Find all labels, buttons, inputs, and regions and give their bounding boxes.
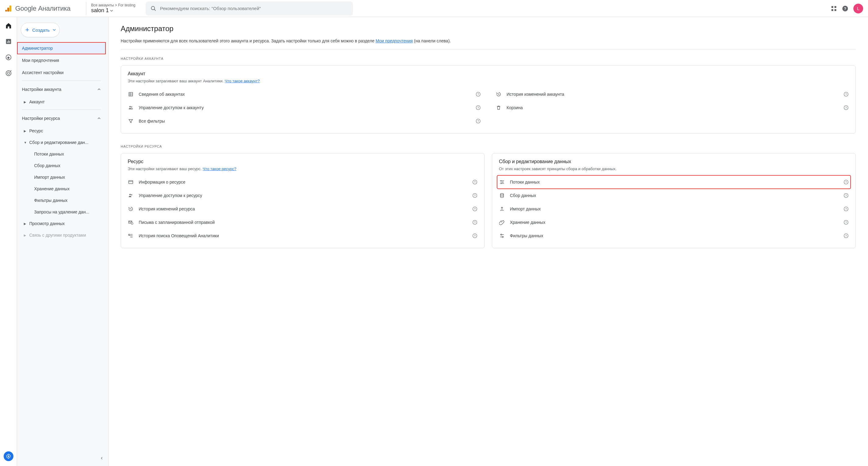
help-icon[interactable]: ? [843, 233, 849, 238]
svg-text:?: ? [845, 180, 847, 183]
sidebar-item-property[interactable]: ▶Ресурс [17, 125, 106, 137]
sidebar-item-account[interactable]: ▶Аккаунт [17, 96, 106, 108]
chevron-down-icon [110, 9, 113, 12]
page-title: Администратор [121, 24, 856, 33]
svg-text:?: ? [845, 221, 847, 224]
card-title: Аккаунт [128, 71, 849, 77]
sidebar-group-account-settings[interactable]: Настройки аккаунта [17, 83, 106, 96]
logo-block[interactable]: Google Аналитика [5, 5, 81, 12]
help-icon[interactable]: ? [843, 220, 849, 225]
arrow-down-icon: ▼ [24, 141, 29, 144]
apps-icon[interactable] [831, 5, 837, 11]
sidebar-item-data-filters[interactable]: Фильтры данных [17, 195, 106, 206]
sidebar-item-data-retention[interactable]: Хранение данных [17, 183, 106, 195]
svg-point-47 [131, 223, 133, 225]
chevron-up-icon [97, 117, 101, 120]
collapse-sidebar-icon[interactable]: ‹ [101, 455, 103, 461]
card-desc: Эти настройки затрагивают ваш аккаунт Ан… [128, 78, 849, 84]
help-icon[interactable]: ? [472, 179, 477, 185]
link-what-is-property[interactable]: Что такое ресурс? [203, 167, 237, 171]
row-trash[interactable]: Корзина ? [496, 101, 849, 114]
svg-point-60 [501, 180, 502, 181]
plus-icon: + [25, 26, 29, 34]
row-all-filters[interactable]: Все фильтры ? [128, 114, 481, 128]
svg-point-2 [5, 10, 7, 11]
svg-point-19 [8, 456, 9, 457]
svg-text:?: ? [845, 207, 847, 210]
help-icon[interactable]: ? [843, 193, 849, 198]
search-box[interactable] [146, 2, 353, 16]
row-data-retention[interactable]: Хранение данных ? [499, 215, 849, 229]
sidebar-item-preferences[interactable]: Мои предпочтения [17, 54, 106, 66]
help-icon[interactable]: ? [843, 91, 849, 97]
svg-text:?: ? [845, 106, 847, 109]
explore-icon[interactable] [5, 54, 12, 61]
avatar[interactable]: L [854, 4, 863, 13]
svg-rect-8 [835, 9, 836, 11]
sidebar-item-product-links[interactable]: ▶Связь с другими продуктами [17, 229, 106, 241]
svg-rect-0 [9, 5, 11, 11]
svg-rect-20 [129, 92, 132, 96]
row-data-import[interactable]: Импорт данных ? [499, 202, 849, 215]
sidebar-item-data-collection-edit[interactable]: ▼Сбор и редактирование дан... [17, 137, 106, 148]
sidebar-item-data-collection[interactable]: Сбор данных [17, 160, 106, 171]
row-account-access[interactable]: Управление доступом к аккаунту ? [128, 101, 481, 114]
help-icon[interactable]: ? [472, 193, 477, 198]
row-data-collection[interactable]: Сбор данных ? [499, 189, 849, 202]
search-input[interactable] [160, 6, 348, 11]
help-icon[interactable]: ? [475, 91, 481, 97]
link-what-is-account[interactable]: Что такое аккаунт? [225, 79, 260, 83]
help-icon[interactable]: ? [475, 105, 481, 110]
svg-line-18 [10, 70, 11, 72]
sidebar-item-setup-assistant[interactable]: Ассистент настройки [17, 66, 106, 79]
help-icon[interactable]: ? [843, 206, 849, 212]
help-icon[interactable]: ? [472, 206, 477, 212]
section-label-account: НАСТРОЙКИ АККАУНТА [121, 57, 856, 60]
paperclip-icon [499, 219, 505, 225]
row-data-streams[interactable]: Потоки данных ? [497, 175, 850, 189]
help-icon[interactable]: ? [472, 220, 477, 225]
help-icon[interactable]: ? [843, 105, 849, 110]
help-icon[interactable]: ? [475, 118, 481, 124]
row-property-access[interactable]: Управление доступом к ресурсу ? [128, 189, 477, 202]
sidebar-item-data-display[interactable]: ▶Просмотр данных [17, 218, 106, 229]
svg-point-3 [151, 6, 155, 9]
svg-rect-6 [835, 6, 836, 8]
property-selector[interactable]: Все аккаунты > For testing salon 1 [86, 2, 141, 15]
help-icon[interactable]: ? [843, 179, 849, 185]
svg-text:?: ? [845, 194, 847, 197]
card-data-collection: Сбор и редактирование данных От этих нас… [492, 153, 856, 248]
svg-text:?: ? [477, 106, 479, 109]
row-account-details[interactable]: Сведения об аккаунтах ? [128, 88, 481, 101]
help-icon[interactable]: ? [842, 5, 848, 12]
advertising-icon[interactable] [5, 69, 12, 77]
sidebar-item-deletion-requests[interactable]: Запросы на удаление дан... [17, 206, 106, 218]
arrow-right-icon: ▶ [24, 222, 29, 225]
svg-point-62 [501, 183, 502, 184]
sidebar-item-administrator[interactable]: Администратор [17, 42, 106, 54]
svg-text:?: ? [845, 93, 847, 96]
row-account-change-history[interactable]: История изменений аккаунта ? [496, 88, 849, 101]
row-data-filters[interactable]: Фильтры данных ? [499, 229, 849, 242]
row-analytics-intelligence-history[interactable]: История поиска Оповещений Аналитики ? [128, 229, 477, 242]
people-icon [128, 193, 134, 199]
row-scheduled-emails[interactable]: Письма с запланированной отправкой ? [128, 215, 477, 229]
card-account: Аккаунт Эти настройки затрагивают ваш ак… [121, 65, 856, 134]
sidebar-group-property-settings[interactable]: Настройки ресурса [17, 112, 106, 125]
divider [22, 110, 101, 110]
card-title: Сбор и редактирование данных [499, 159, 849, 164]
app-header: Google Аналитика Все аккаунты > For test… [0, 0, 868, 17]
row-property-change-history[interactable]: История изменений ресурса ? [128, 202, 477, 215]
admin-gear-icon[interactable] [4, 452, 13, 461]
create-button[interactable]: + Создать [21, 23, 60, 37]
reports-icon[interactable] [5, 38, 12, 45]
row-property-details[interactable]: Информация о ресурсе ? [128, 175, 477, 189]
building-icon [128, 91, 134, 97]
link-my-preferences[interactable]: Мои предпочтения [376, 38, 413, 43]
home-icon[interactable] [5, 22, 12, 29]
sidebar-item-data-import[interactable]: Импорт данных [17, 171, 106, 183]
chevron-up-icon [97, 88, 101, 91]
help-icon[interactable]: ? [472, 233, 477, 238]
svg-line-54 [129, 235, 130, 236]
sidebar-item-data-streams[interactable]: Потоки данных [17, 148, 106, 160]
